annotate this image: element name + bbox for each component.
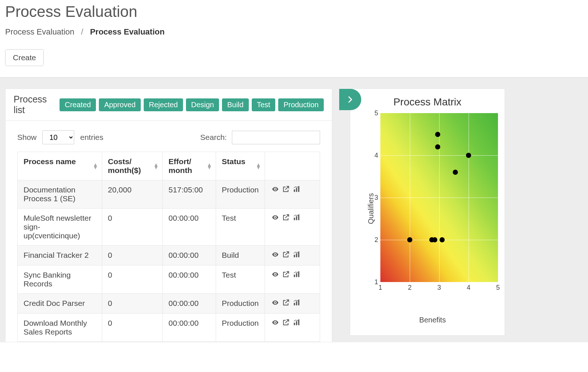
cell-status: Production (216, 180, 265, 209)
cell-actions (265, 180, 320, 209)
svg-rect-18 (296, 301, 297, 306)
cell-costs: 0 (102, 294, 162, 314)
cell-actions (265, 266, 320, 294)
chart-x-tick: 3 (437, 284, 441, 292)
chart-point (453, 170, 458, 175)
bar-chart-icon[interactable] (292, 299, 301, 306)
collapse-toggle[interactable] (339, 89, 361, 110)
col-costs[interactable]: Costs/ month($) ▲▼ (102, 152, 162, 180)
cell-status: Build (216, 246, 265, 266)
cell-status: Test (216, 266, 265, 294)
chart-point (435, 144, 440, 149)
svg-rect-13 (294, 275, 295, 277)
cell-effort: 00:00:00 (162, 294, 216, 314)
external-link-icon[interactable] (282, 185, 290, 193)
status-filter-approved[interactable]: Approved (99, 98, 141, 111)
chart-x-tick: 2 (408, 284, 412, 292)
col-process-name-label: Process name (24, 157, 76, 166)
entries-select[interactable]: 10 (42, 130, 74, 144)
sort-icon: ▲▼ (207, 163, 212, 169)
chart-x-tick: 4 (467, 284, 470, 292)
cell-status: Production (216, 294, 265, 314)
svg-rect-6 (296, 216, 297, 220)
cell-name: Sync Banking Records (18, 266, 102, 294)
status-filter-created[interactable]: Created (60, 98, 96, 111)
bar-chart-icon[interactable] (292, 185, 301, 193)
search-control: Search: (200, 131, 320, 144)
cell-costs: 0 (102, 314, 162, 342)
entries-per-page: Show 10 entries (17, 130, 103, 144)
external-link-icon[interactable] (282, 271, 290, 278)
bar-chart-icon[interactable] (292, 319, 301, 326)
cell-actions (265, 246, 320, 266)
eye-icon[interactable] (271, 319, 280, 326)
svg-point-0 (275, 188, 276, 190)
svg-point-8 (275, 254, 276, 255)
breadcrumb-root[interactable]: Process Evaluation (5, 27, 74, 36)
external-link-icon[interactable] (282, 299, 290, 306)
cell-effort: 00:00:00 (162, 209, 216, 246)
sort-icon: ▲▼ (256, 163, 261, 169)
cell-name: Financial Tracker 2 (18, 246, 102, 266)
svg-rect-3 (298, 187, 299, 192)
cell-costs: 20,000 (102, 180, 162, 209)
chart-y-tick: 5 (371, 109, 378, 117)
status-filter-rejected[interactable]: Rejected (144, 98, 183, 111)
svg-rect-22 (296, 321, 297, 325)
cell-name: Documentation Process 1 (SE) (18, 180, 102, 209)
search-input[interactable] (232, 131, 320, 144)
chart-y-tick: 1 (371, 278, 378, 286)
table-row: Sync Banking Records000:00:00Test (18, 266, 320, 294)
status-filter-group: Created Approved Rejected Design Build T… (60, 98, 324, 111)
col-process-name[interactable]: Process name ▲▼ (18, 152, 102, 180)
eye-icon[interactable] (271, 214, 280, 221)
col-actions (265, 152, 320, 180)
col-effort-label: Effort/ month (169, 157, 192, 174)
external-link-icon[interactable] (282, 319, 290, 326)
cell-status: Production (216, 314, 265, 342)
cell-name: MuleSoft newsletter sign-up(cventicinque… (18, 209, 102, 246)
status-filter-test[interactable]: Test (252, 98, 276, 111)
cell-effort: 00:00:00 (162, 246, 216, 266)
process-table: Process name ▲▼ Costs/ month($) ▲▼ Effor… (17, 152, 320, 342)
external-link-icon[interactable] (282, 251, 290, 258)
breadcrumb-current: Process Evaluation (90, 27, 165, 36)
svg-point-4 (275, 217, 276, 218)
eye-icon[interactable] (271, 185, 280, 193)
external-link-icon[interactable] (282, 214, 290, 221)
eye-icon[interactable] (271, 299, 280, 306)
table-row: Credit Doc Parser000:00:00Production (18, 294, 320, 314)
svg-rect-10 (296, 253, 297, 257)
status-filter-design[interactable]: Design (186, 98, 219, 111)
sort-icon: ▲▼ (93, 163, 98, 169)
process-list-panel: Process list Created Approved Rejected D… (5, 89, 332, 342)
svg-point-20 (275, 322, 276, 323)
svg-rect-9 (294, 255, 295, 257)
svg-rect-23 (298, 320, 299, 325)
table-row: MuleSoft newsletter sign-up(cventicinque… (18, 209, 320, 246)
bar-chart-icon[interactable] (292, 214, 301, 221)
chart-point (432, 237, 437, 242)
show-label-post: entries (80, 133, 103, 141)
svg-point-12 (275, 274, 276, 275)
chart-y-tick: 2 (371, 236, 378, 244)
search-label: Search: (200, 133, 227, 141)
breadcrumb-separator: / (79, 27, 85, 36)
eye-icon[interactable] (271, 271, 280, 278)
eye-icon[interactable] (271, 251, 280, 258)
sort-icon: ▲▼ (154, 163, 159, 169)
breadcrumb: Process Evaluation / Process Evaluation (5, 27, 583, 37)
page-title: Process Evaluation (5, 3, 583, 21)
svg-rect-14 (296, 273, 297, 277)
status-filter-production[interactable]: Production (278, 98, 324, 111)
status-filter-build[interactable]: Build (222, 98, 248, 111)
col-status[interactable]: Status ▲▼ (216, 152, 265, 180)
col-effort[interactable]: Effort/ month ▲▼ (162, 152, 216, 180)
cell-actions (265, 294, 320, 314)
cell-costs: 0 (102, 209, 162, 246)
svg-rect-17 (294, 303, 295, 306)
bar-chart-icon[interactable] (292, 271, 301, 278)
create-button[interactable]: Create (5, 49, 44, 66)
bar-chart-icon[interactable] (292, 251, 301, 258)
svg-rect-21 (294, 323, 295, 325)
